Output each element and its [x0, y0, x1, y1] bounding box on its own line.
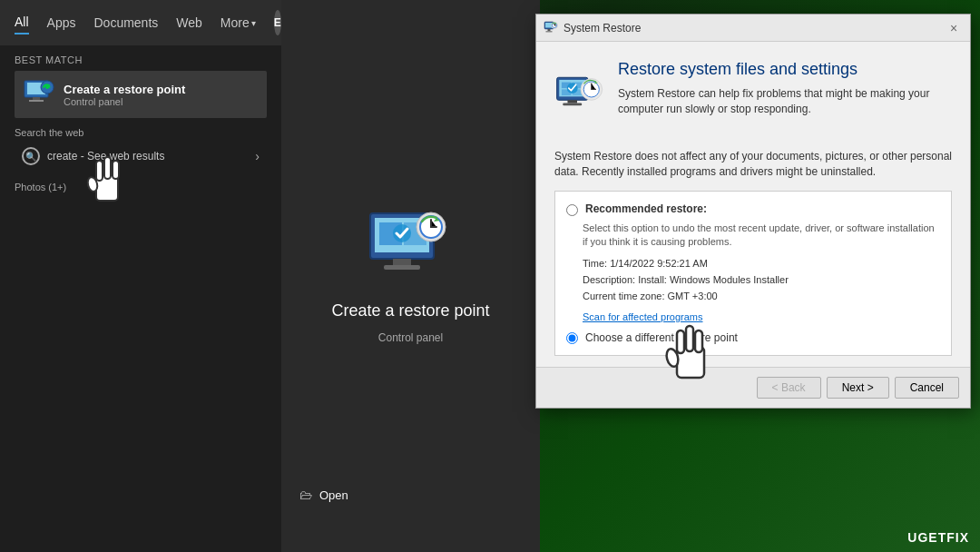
- recommended-restore-desc: Select this option to undo the most rece…: [583, 222, 940, 250]
- arrow-right-icon: ›: [255, 149, 260, 163]
- dialog-close-button[interactable]: ×: [945, 19, 963, 37]
- svg-rect-11: [393, 259, 411, 265]
- scan-link[interactable]: Scan for affected programs: [583, 311, 702, 322]
- start-menu-right-panel: Create a restore point Control panel 🗁 O…: [281, 0, 540, 552]
- cancel-button[interactable]: Cancel: [895, 377, 959, 399]
- recommended-restore-radio[interactable]: [566, 204, 578, 216]
- choose-restore-label[interactable]: Choose a different restore point: [585, 331, 738, 344]
- best-match-info: Create a restore point Control panel: [64, 83, 185, 107]
- search-icon: 🔍: [22, 147, 40, 165]
- search-web-query: create - See web results: [47, 150, 248, 163]
- dialog-intro: System Restore can help fix problems tha…: [618, 86, 952, 117]
- tab-apps[interactable]: Apps: [47, 12, 76, 34]
- dialog-title-icon: [544, 21, 558, 35]
- dialog-body-text: System Restore does not affect any of yo…: [554, 149, 952, 180]
- dialog-title: System Restore: [564, 22, 939, 34]
- search-web-section: Search the web 🔍 create - See web result…: [0, 122, 281, 176]
- best-match-section: Best match Create a restore point Contro…: [0, 45, 281, 122]
- folder-icon: 🗁: [299, 488, 312, 502]
- svg-rect-29: [563, 104, 582, 106]
- choose-restore-row: Choose a different restore point: [566, 331, 940, 344]
- next-button[interactable]: Next >: [827, 377, 889, 399]
- restore-description: Description: Install: Windows Modules In…: [583, 272, 940, 289]
- search-web-label: Search the web: [15, 127, 267, 138]
- dialog-heading: Restore system files and settings: [618, 60, 952, 79]
- dialog-options-section: Recommended restore: Select this option …: [554, 191, 952, 357]
- right-panel-subtitle: Control panel: [378, 331, 443, 344]
- search-tabs: All Apps Documents Web More ▾ E: [0, 0, 281, 45]
- tab-documents[interactable]: Documents: [93, 12, 158, 34]
- dialog-header-area: Restore system files and settings System…: [554, 60, 952, 134]
- user-avatar: E: [274, 10, 281, 35]
- choose-restore-radio[interactable]: [566, 332, 578, 344]
- dialog-restore-illustration: [554, 60, 603, 134]
- right-panel-title: Create a restore point: [331, 301, 489, 320]
- best-match-label: Best match: [15, 54, 267, 65]
- svg-rect-12: [384, 265, 420, 270]
- svg-point-5: [45, 85, 49, 89]
- tab-web[interactable]: Web: [176, 12, 202, 34]
- open-label[interactable]: Open: [319, 488, 348, 502]
- recommended-restore-row: Recommended restore:: [566, 202, 940, 216]
- svg-rect-3: [29, 100, 44, 102]
- restore-point-icon-small: [22, 78, 54, 111]
- svg-rect-28: [567, 100, 577, 103]
- tab-all[interactable]: All: [15, 11, 29, 34]
- system-restore-dialog: System Restore ×: [535, 14, 971, 409]
- best-match-title: Create a restore point: [64, 83, 185, 96]
- watermark: UGETFIX: [907, 530, 969, 545]
- svg-rect-18: [546, 31, 553, 33]
- photos-label: Photos (1+): [15, 182, 267, 192]
- restore-time: Time: 1/14/2022 9:52:21 AM: [583, 256, 940, 272]
- chevron-down-icon: ▾: [251, 18, 256, 28]
- scan-link-container: Scan for affected programs: [583, 308, 940, 324]
- photos-section: Photos (1+): [0, 176, 281, 198]
- dialog-header-text: Restore system files and settings System…: [618, 60, 952, 134]
- search-web-item[interactable]: 🔍 create - See web results ›: [15, 142, 267, 171]
- restore-timezone: Current time zone: GMT +3:00: [583, 289, 940, 305]
- start-menu: All Apps Documents Web More ▾ E Best mat…: [0, 0, 281, 552]
- best-match-item[interactable]: Create a restore point Control panel: [15, 71, 267, 118]
- svg-rect-2: [33, 97, 40, 100]
- dialog-footer: < Back Next > Cancel: [536, 367, 970, 408]
- back-button[interactable]: < Back: [757, 377, 821, 399]
- dialog-titlebar: System Restore ×: [536, 15, 970, 42]
- open-section: 🗁 Open: [299, 488, 348, 502]
- restore-point-large-icon: [366, 209, 456, 291]
- best-match-subtitle: Control panel: [64, 96, 185, 107]
- restore-details: Time: 1/14/2022 9:52:21 AM Description: …: [583, 256, 940, 304]
- tab-more[interactable]: More ▾: [220, 12, 256, 34]
- dialog-body: Restore system files and settings System…: [536, 42, 970, 356]
- recommended-restore-label[interactable]: Recommended restore:: [585, 202, 707, 215]
- svg-rect-17: [548, 29, 551, 31]
